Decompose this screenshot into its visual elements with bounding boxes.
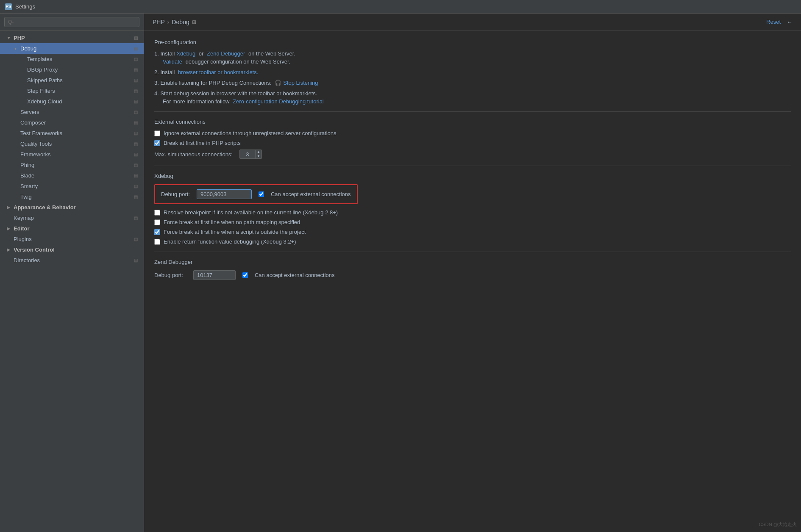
spinbox-down-button[interactable]: ▼ — [256, 154, 261, 158]
settings-icon: ▤ — [133, 88, 139, 94]
zend-debugger-title: Zend Debugger — [154, 259, 791, 265]
ignore-external-checkbox[interactable] — [154, 130, 160, 136]
settings-icon: ▤ — [133, 67, 139, 73]
sidebar-item-label: Phing — [20, 162, 133, 168]
force-break-no-path-label: Force break at first line when no path m… — [164, 219, 300, 225]
sidebar-item-label: Step Filters — [27, 88, 133, 94]
sidebar-item-skipped-paths[interactable]: Skipped Paths ▤ — [0, 75, 144, 86]
sidebar-item-dbgp-proxy[interactable]: DBGp Proxy ▤ — [0, 64, 144, 75]
max-connections-label: Max. simultaneous connections: — [154, 151, 233, 158]
reset-button[interactable]: Reset — [764, 18, 783, 26]
preconfig-item-1: 1. Install Xdebug or Zend Debugger on th… — [154, 50, 791, 65]
sidebar-item-templates[interactable]: Templates ▤ — [0, 54, 144, 64]
sidebar-item-debug[interactable]: ▾ Debug ▤ — [0, 43, 144, 54]
xdebug-section: Debug port: Can accept external connecti… — [154, 184, 791, 245]
sidebar-item-php[interactable]: ▾ PHP ▤ — [0, 33, 144, 43]
sidebar-item-label: Twig — [20, 194, 133, 200]
preconfig-list: 1. Install Xdebug or Zend Debugger on th… — [154, 50, 791, 105]
max-connections-spinbox[interactable]: ▲ ▼ — [239, 150, 262, 159]
zend-port-label: Debug port: — [154, 272, 183, 278]
settings-icon: ▤ — [133, 130, 139, 136]
sidebar-item-label: Keymap — [14, 215, 133, 221]
validate-link[interactable]: Validate — [163, 58, 182, 65]
can-accept-label: Can accept external connections — [271, 191, 351, 197]
sidebar-item-quality-tools[interactable]: Quality Tools ▤ — [0, 139, 144, 149]
sidebar-item-step-filters[interactable]: Step Filters ▤ — [0, 86, 144, 96]
sidebar-item-label: PHP — [14, 35, 133, 41]
sidebar-item-test-frameworks[interactable]: Test Frameworks ▤ — [0, 128, 144, 139]
sidebar-item-label: Appearance & Behavior — [14, 204, 139, 211]
chevron-right-icon: ▶ — [5, 226, 12, 231]
sidebar-item-smarty[interactable]: Smarty ▤ — [0, 181, 144, 191]
sidebar-item-blade[interactable]: Blade ▤ — [0, 170, 144, 181]
ignore-external-row: Ignore external connections through unre… — [154, 130, 791, 136]
settings-icon: ▤ — [133, 56, 139, 62]
preconfig-item-2: 2. Install browser toolbar or bookmarkle… — [154, 69, 791, 75]
zend-port-input[interactable] — [193, 270, 236, 280]
resolve-breakpoint-checkbox[interactable] — [154, 210, 160, 216]
content-area: PHP › Debug ⊞ Reset ← Pre-configuration … — [144, 14, 801, 532]
stop-listening-link[interactable]: Stop Listening — [283, 80, 318, 86]
settings-icon: ▤ — [133, 173, 139, 179]
sidebar-item-xdebug-cloud[interactable]: Xdebug Cloud ▤ — [0, 96, 144, 107]
sidebar-item-servers[interactable]: Servers ▤ — [0, 107, 144, 117]
app-icon: PS — [5, 3, 12, 10]
chevron-down-icon: ▾ — [5, 36, 12, 40]
sidebar-item-label: Editor — [14, 225, 139, 232]
enable-return-checkbox[interactable] — [154, 239, 160, 245]
sidebar-item-plugins[interactable]: Plugins ▤ — [0, 234, 144, 244]
preconfig-num-2: 2. Install — [154, 69, 176, 75]
ignore-external-label: Ignore external connections through unre… — [164, 130, 337, 136]
zero-config-link[interactable]: Zero-configuration Debugging tutorial — [233, 98, 324, 105]
force-break-outside-row: Force break at first line when a script … — [154, 229, 791, 235]
max-connections-input[interactable] — [240, 150, 255, 158]
window-title: Settings — [15, 3, 35, 10]
divider-3 — [154, 252, 791, 252]
browser-toolbar-link[interactable]: browser toolbar or bookmarklets. — [178, 69, 258, 75]
sidebar-item-label: Skipped Paths — [27, 77, 133, 83]
sidebar-item-twig[interactable]: Twig ▤ — [0, 191, 144, 202]
sidebar-item-version-control[interactable]: ▶ Version Control — [0, 244, 144, 255]
xdebug-title: Xdebug — [154, 173, 791, 179]
search-bar[interactable] — [0, 14, 144, 31]
preconfig-text-validate: debugger configuration on the Web Server… — [184, 58, 290, 65]
sidebar-item-composer[interactable]: Composer ▤ — [0, 117, 144, 128]
sidebar-item-directories[interactable]: Directories ▤ — [0, 255, 144, 266]
preconfig-item-3: 3. Enable listening for PHP Debug Connec… — [154, 80, 791, 86]
stop-listening-icon: 🎧 — [275, 80, 281, 86]
debug-port-input[interactable] — [197, 189, 252, 199]
break-first-line-checkbox[interactable] — [154, 140, 160, 146]
zend-debugger-link[interactable]: Zend Debugger — [207, 50, 245, 57]
preconfig-num-4: 4. Start debug session in browser with t… — [154, 90, 317, 97]
sidebar-item-appearance-behavior[interactable]: ▶ Appearance & Behavior — [0, 202, 144, 213]
force-break-outside-checkbox[interactable] — [154, 229, 160, 235]
pin-icon: ⊞ — [192, 19, 196, 25]
chevron-down-icon-debug: ▾ — [12, 46, 19, 51]
settings-icon: ▤ — [133, 258, 139, 263]
sidebar-item-editor[interactable]: ▶ Editor — [0, 223, 144, 234]
content-body: Pre-configuration 1. Install Xdebug or Z… — [144, 30, 801, 532]
sidebar-item-phing[interactable]: Phing ▤ — [0, 160, 144, 170]
preconfig-text-more: For more information follow — [163, 98, 231, 105]
sidebar-item-label: Xdebug Cloud — [27, 98, 133, 105]
sidebar-item-label: Blade — [20, 172, 133, 179]
search-input[interactable] — [4, 17, 139, 27]
back-button[interactable]: ← — [787, 19, 793, 25]
settings-icon: ▤ — [133, 215, 139, 221]
sidebar-item-label: Directories — [14, 257, 133, 263]
spinbox-up-button[interactable]: ▲ — [256, 150, 261, 154]
sidebar-item-frameworks[interactable]: Frameworks ▤ — [0, 149, 144, 160]
zend-accept-checkbox[interactable] — [242, 272, 248, 278]
sidebar-item-label: Quality Tools — [20, 141, 133, 147]
breadcrumb-php[interactable]: PHP — [153, 19, 165, 25]
sidebar-item-keymap[interactable]: Keymap ▤ — [0, 213, 144, 223]
sidebar: ▾ PHP ▤ ▾ Debug ▤ Templates ▤ DBGp Proxy… — [0, 14, 144, 532]
chevron-right-icon: ▶ — [5, 205, 12, 210]
sidebar-item-label: Smarty — [20, 183, 133, 189]
can-accept-checkbox[interactable] — [259, 191, 264, 197]
breadcrumb-debug[interactable]: Debug — [172, 19, 189, 25]
nav-tree: ▾ PHP ▤ ▾ Debug ▤ Templates ▤ DBGp Proxy… — [0, 31, 144, 532]
divider-2 — [154, 166, 791, 166]
xdebug-link[interactable]: Xdebug — [176, 50, 195, 57]
force-break-no-path-checkbox[interactable] — [154, 219, 160, 225]
